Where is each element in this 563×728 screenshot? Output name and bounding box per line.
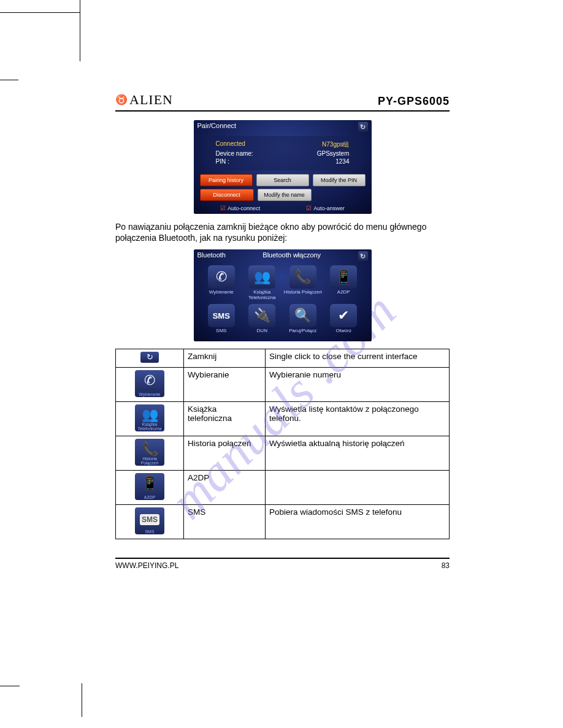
page-number: 83 bbox=[442, 561, 450, 570]
menu-label: Otwórz bbox=[324, 328, 363, 333]
search-button[interactable]: Search bbox=[256, 174, 309, 186]
close-icon: ↻ bbox=[358, 251, 368, 261]
disconnect-button[interactable]: Disconnect bbox=[200, 189, 254, 201]
row-desc: Wybieranie numeru bbox=[266, 367, 450, 401]
row-desc bbox=[266, 470, 450, 504]
row-name: SMS bbox=[184, 504, 266, 539]
status-value: N73gps组 bbox=[322, 140, 349, 149]
row-icon: 📞Historia Połączeń bbox=[135, 439, 164, 466]
table-row: 📱A2DPA2DP bbox=[116, 470, 450, 504]
pin-label: PIN : bbox=[216, 158, 229, 165]
pin-value: 1234 bbox=[335, 158, 349, 165]
table-row: ↻ZamknijSingle click to close the curren… bbox=[116, 349, 450, 367]
status-label: Connected bbox=[216, 140, 245, 149]
device-label: Device name: bbox=[216, 150, 253, 157]
icon-description-table: ↻ZamknijSingle click to close the curren… bbox=[115, 349, 450, 539]
bt-menu-item[interactable]: 🔍Paruj/Połącz bbox=[284, 304, 323, 333]
auto-answer-check[interactable]: Auto-answer bbox=[306, 205, 345, 211]
manual-page: manuals .com ♉ALIEN PY-GPS6005 Pair/Conn… bbox=[115, 92, 450, 662]
model-number: PY-GPS6005 bbox=[378, 95, 450, 108]
menu-icon: ✔ bbox=[330, 304, 357, 327]
footer-url: WWW.PEIYING.PL bbox=[115, 561, 178, 570]
page-footer: WWW.PEIYING.PL 83 bbox=[115, 558, 450, 570]
bt-menu-item[interactable]: ✔Otwórz bbox=[324, 304, 363, 333]
menu-icon: 📱 bbox=[330, 265, 357, 289]
table-row: 📞Historia PołączeńHistoria połączeńWyświ… bbox=[116, 436, 450, 470]
table-row: 👥Książka TelefonicznaKsiążka telefoniczn… bbox=[116, 401, 450, 436]
row-icon: 👥Książka Telefoniczna bbox=[135, 404, 164, 431]
menu-label: A2DP bbox=[324, 290, 363, 295]
pair-info: ConnectedN73gps组 Device name:GPSsystem P… bbox=[206, 136, 359, 170]
menu-icon: 🔍 bbox=[289, 304, 316, 327]
menu-label: Książka Telefoniczna bbox=[243, 290, 282, 300]
row-name: Wybieranie bbox=[184, 367, 266, 401]
row-icon: ↻ bbox=[140, 352, 159, 363]
menu-icon: ✆ bbox=[208, 265, 235, 289]
row-icon: 📱A2DP bbox=[135, 473, 164, 500]
bt-menu-item[interactable]: SMSSMS bbox=[202, 304, 241, 333]
row-name: Historia połączeń bbox=[184, 436, 266, 470]
pairing-history-button[interactable]: Pairing history bbox=[200, 174, 253, 186]
row-icon: ✆Wybieranie bbox=[135, 370, 164, 397]
bt-menu-item[interactable]: 📞Historia Połączeń bbox=[284, 265, 323, 300]
menu-icon: 📞 bbox=[289, 265, 316, 289]
bt-status: Bluetooth włączony bbox=[226, 251, 358, 261]
brand: ♉ALIEN bbox=[115, 92, 173, 108]
menu-label: Paruj/Połącz bbox=[284, 328, 323, 333]
row-desc: Single click to close the current interf… bbox=[266, 349, 450, 367]
menu-label: Wybieranie bbox=[202, 290, 241, 295]
auto-connect-check[interactable]: Auto-connect bbox=[220, 205, 260, 211]
menu-label: Historia Połączeń bbox=[284, 290, 323, 295]
row-desc: Wyświetla listę kontaktów z połączonego … bbox=[266, 401, 450, 436]
device-value: GPSsystem bbox=[317, 150, 350, 157]
menu-icon: 👥 bbox=[248, 265, 275, 289]
bt-menu-item[interactable]: 👥Książka Telefoniczna bbox=[243, 265, 282, 300]
row-name: A2DP bbox=[184, 470, 266, 504]
instruction-text: Po nawiązaniu połączenia zamknij bieżące… bbox=[115, 221, 450, 243]
row-name: Książka telefoniczna bbox=[184, 401, 266, 436]
brand-icon: ♉ bbox=[115, 94, 128, 105]
menu-icon: SMS bbox=[208, 304, 235, 327]
row-name: Zamknij bbox=[184, 349, 266, 367]
row-desc: Pobiera wiadomości SMS z telefonu bbox=[266, 504, 450, 539]
bluetooth-menu-screenshot: Bluetooth Bluetooth włączony ↻ ✆Wybieran… bbox=[194, 249, 372, 341]
bt-menu-item[interactable]: 📱A2DP bbox=[324, 265, 363, 300]
pair-connect-screenshot: Pair/Connect ↻ ConnectedN73gps组 Device n… bbox=[194, 120, 372, 214]
row-desc: Wyświetla aktualną historię połączeń bbox=[266, 436, 450, 470]
brand-text: ALIEN bbox=[129, 92, 173, 107]
bt-menu-item[interactable]: 🔌DUN bbox=[243, 304, 282, 333]
modify-pin-button[interactable]: Modify the PIN bbox=[313, 174, 366, 186]
bt-title: Bluetooth bbox=[197, 251, 226, 261]
menu-icon: 🔌 bbox=[248, 304, 275, 327]
table-row: SMSSMSSMSPobiera wiadomości SMS z telefo… bbox=[116, 504, 450, 539]
close-icon: ↻ bbox=[358, 122, 368, 132]
row-icon: SMSSMS bbox=[135, 507, 164, 534]
menu-label: SMS bbox=[202, 328, 241, 333]
modify-name-button[interactable]: Modify the name bbox=[258, 189, 312, 201]
table-row: ✆WybieranieWybieranieWybieranie numeru bbox=[116, 367, 450, 401]
bt-menu-item[interactable]: ✆Wybieranie bbox=[202, 265, 241, 300]
pair-title: Pair/Connect bbox=[197, 122, 237, 132]
page-header: ♉ALIEN PY-GPS6005 bbox=[115, 92, 450, 112]
menu-label: DUN bbox=[243, 328, 282, 333]
